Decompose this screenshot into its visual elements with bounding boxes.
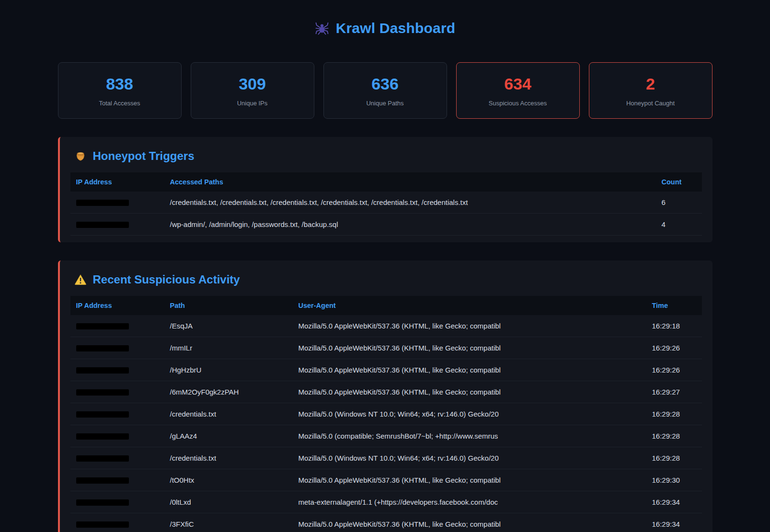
user-agent-cell: Mozilla/5.0 AppleWebKit/537.36 (KHTML, l… (293, 381, 646, 403)
user-agent-cell: Mozilla/5.0 AppleWebKit/537.36 (KHTML, l… (293, 359, 646, 381)
user-agent-cell: Mozilla/5.0 AppleWebKit/537.36 (KHTML, l… (293, 513, 646, 532)
time-cell: 16:29:18 (646, 315, 702, 337)
suspicious-heading-text: Recent Suspicious Activity (93, 273, 240, 286)
stat-value: 2 (594, 75, 707, 93)
page-title: Krawl Dashboard (336, 20, 456, 36)
user-agent-cell: Mozilla/5.0 AppleWebKit/537.36 (KHTML, l… (293, 337, 646, 359)
time-cell: 16:29:27 (646, 381, 702, 403)
suspicious-table-row: /mmILr Mozilla/5.0 AppleWebKit/537.36 (K… (70, 337, 702, 359)
column-user-agent: User-Agent (293, 296, 646, 315)
stat-card-total-accesses: 838 Total Accesses (58, 62, 182, 118)
redacted-ip-bar (76, 200, 129, 206)
suspicious-table-row: /tO0Htx Mozilla/5.0 AppleWebKit/537.36 (… (70, 469, 702, 491)
count-cell: 6 (656, 192, 702, 214)
suspicious-table-row: /credentials.txt Mozilla/5.0 (Windows NT… (70, 447, 702, 469)
redacted-ip-bar (76, 455, 129, 462)
column-ip-address: IP Address (70, 296, 164, 315)
ip-address-cell (70, 469, 164, 491)
stat-label: Unique IPs (196, 100, 309, 107)
stats-row: 838 Total Accesses 309 Unique IPs 636 Un… (58, 62, 713, 118)
honeypot-table-row: /credentials.txt, /credentials.txt, /cre… (70, 192, 702, 214)
path-cell: /6mM2OyF0gk2zPAH (164, 381, 293, 403)
column-ip-address: IP Address (70, 172, 164, 192)
time-cell: 16:29:26 (646, 337, 702, 359)
stat-card-suspicious-accesses: 634 Suspicious Accesses (456, 62, 580, 118)
ip-address-cell (70, 213, 164, 235)
time-cell: 16:29:34 (646, 513, 702, 532)
time-cell: 16:29:34 (646, 491, 702, 513)
suspicious-table: IP Address Path User-Agent Time /EsqJA M… (70, 296, 702, 532)
path-cell: /tO0Htx (164, 469, 293, 491)
column-path: Path (164, 296, 293, 315)
path-cell: /gLAAz4 (164, 425, 293, 447)
header-row: IP Address Accessed Paths Count (70, 172, 702, 192)
stat-card-unique-paths: 636 Unique Paths (323, 62, 447, 118)
redacted-ip-bar (76, 345, 129, 351)
page-header: Krawl Dashboard (58, 7, 713, 49)
accessed-paths-cell: /credentials.txt, /credentials.txt, /cre… (164, 192, 656, 214)
ip-address-cell (70, 447, 164, 469)
stat-value: 309 (196, 75, 309, 93)
suspicious-table-row: /gLAAz4 Mozilla/5.0 (compatible; Semrush… (70, 425, 702, 447)
time-cell: 16:29:28 (646, 403, 702, 425)
ip-address-cell (70, 513, 164, 532)
path-cell: /EsqJA (164, 315, 293, 337)
redacted-ip-bar (76, 367, 129, 374)
redacted-ip-bar (76, 521, 129, 528)
suspicious-table-row: /6mM2OyF0gk2zPAH Mozilla/5.0 AppleWebKit… (70, 381, 702, 403)
time-cell: 16:29:26 (646, 359, 702, 381)
user-agent-cell: Mozilla/5.0 AppleWebKit/537.36 (KHTML, l… (293, 469, 646, 491)
stat-value: 636 (329, 75, 442, 93)
time-cell: 16:29:30 (646, 469, 702, 491)
path-cell: /mmILr (164, 337, 293, 359)
ip-address-cell (70, 359, 164, 381)
honeypot-table-body: /credentials.txt, /credentials.txt, /cre… (70, 192, 702, 236)
suspicious-table-row: /HgHzbrU Mozilla/5.0 AppleWebKit/537.36 … (70, 359, 702, 381)
dashboard-container: Krawl Dashboard 838 Total Accesses 309 U… (58, 0, 713, 532)
path-cell: /credentials.txt (164, 403, 293, 425)
ip-address-cell (70, 491, 164, 513)
redacted-ip-bar (76, 411, 129, 418)
redacted-ip-bar (76, 389, 129, 396)
user-agent-cell: meta-externalagent/1.1 (+https://develop… (293, 491, 646, 513)
user-agent-cell: Mozilla/5.0 (Windows NT 10.0; Win64; x64… (293, 403, 646, 425)
honeypot-table: IP Address Accessed Paths Count /credent… (70, 172, 702, 236)
honeypot-icon (74, 150, 87, 162)
user-agent-cell: Mozilla/5.0 AppleWebKit/537.36 (KHTML, l… (293, 315, 646, 337)
redacted-ip-bar (76, 477, 129, 484)
user-agent-cell: Mozilla/5.0 (compatible; SemrushBot/7~bl… (293, 425, 646, 447)
ip-address-cell (70, 425, 164, 447)
time-cell: 16:29:28 (646, 447, 702, 469)
stat-value: 838 (63, 75, 176, 93)
path-cell: /3FXfiC (164, 513, 293, 532)
stat-label: Total Accesses (63, 100, 176, 107)
column-accessed-paths: Accessed Paths (164, 172, 656, 192)
ip-address-cell (70, 337, 164, 359)
time-cell: 16:29:28 (646, 425, 702, 447)
stat-card-honeypot-caught: 2 Honeypot Caught (589, 62, 713, 118)
redacted-ip-bar (76, 499, 129, 506)
suspicious-table-row: /0ltLxd meta-externalagent/1.1 (+https:/… (70, 491, 702, 513)
spider-icon (315, 21, 329, 35)
stat-label: Suspicious Accesses (461, 100, 575, 107)
path-cell: /0ltLxd (164, 491, 293, 513)
ip-address-cell (70, 403, 164, 425)
honeypot-section-heading: Honeypot Triggers (74, 149, 702, 163)
redacted-ip-bar (76, 222, 129, 228)
path-cell: /HgHzbrU (164, 359, 293, 381)
stat-label: Unique Paths (329, 100, 442, 107)
suspicious-table-row: /EsqJA Mozilla/5.0 AppleWebKit/537.36 (K… (70, 315, 702, 337)
suspicious-table-row: /credentials.txt Mozilla/5.0 (Windows NT… (70, 403, 702, 425)
suspicious-table-row: /3FXfiC Mozilla/5.0 AppleWebKit/537.36 (… (70, 513, 702, 532)
stat-label: Honeypot Caught (594, 100, 707, 107)
suspicious-activity-section: Recent Suspicious Activity IP Address Pa… (58, 260, 713, 532)
header-row: IP Address Path User-Agent Time (70, 296, 702, 315)
column-count: Count (656, 172, 702, 192)
honeypot-table-header: IP Address Accessed Paths Count (70, 172, 702, 192)
suspicious-table-header: IP Address Path User-Agent Time (70, 296, 702, 315)
stat-value: 634 (461, 75, 575, 93)
accessed-paths-cell: /wp-admin/, /admin/login, /passwords.txt… (164, 213, 656, 235)
path-cell: /credentials.txt (164, 447, 293, 469)
ip-address-cell (70, 192, 164, 214)
stat-card-unique-ips: 309 Unique IPs (191, 62, 314, 118)
